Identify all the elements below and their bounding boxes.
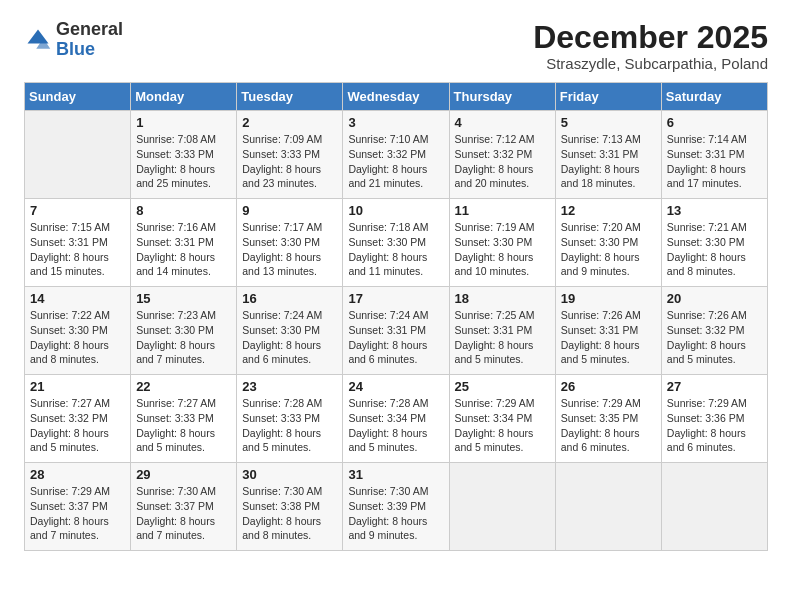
column-header-friday: Friday [555,83,661,111]
cell-info: Sunrise: 7:29 AM Sunset: 3:37 PM Dayligh… [30,484,125,543]
cell-info: Sunrise: 7:29 AM Sunset: 3:35 PM Dayligh… [561,396,656,455]
logo: General Blue [24,20,123,60]
cell-info: Sunrise: 7:18 AM Sunset: 3:30 PM Dayligh… [348,220,443,279]
day-number: 23 [242,379,337,394]
cell-info: Sunrise: 7:24 AM Sunset: 3:30 PM Dayligh… [242,308,337,367]
calendar-cell: 20Sunrise: 7:26 AM Sunset: 3:32 PM Dayli… [661,287,767,375]
day-number: 5 [561,115,656,130]
calendar-cell: 11Sunrise: 7:19 AM Sunset: 3:30 PM Dayli… [449,199,555,287]
calendar-week-row: 14Sunrise: 7:22 AM Sunset: 3:30 PM Dayli… [25,287,768,375]
day-number: 7 [30,203,125,218]
cell-info: Sunrise: 7:30 AM Sunset: 3:39 PM Dayligh… [348,484,443,543]
calendar-cell: 27Sunrise: 7:29 AM Sunset: 3:36 PM Dayli… [661,375,767,463]
day-number: 27 [667,379,762,394]
calendar-cell: 17Sunrise: 7:24 AM Sunset: 3:31 PM Dayli… [343,287,449,375]
calendar-cell: 8Sunrise: 7:16 AM Sunset: 3:31 PM Daylig… [131,199,237,287]
day-number: 9 [242,203,337,218]
cell-info: Sunrise: 7:09 AM Sunset: 3:33 PM Dayligh… [242,132,337,191]
calendar-cell [661,463,767,551]
cell-info: Sunrise: 7:28 AM Sunset: 3:34 PM Dayligh… [348,396,443,455]
cell-info: Sunrise: 7:28 AM Sunset: 3:33 PM Dayligh… [242,396,337,455]
day-number: 20 [667,291,762,306]
calendar-cell: 26Sunrise: 7:29 AM Sunset: 3:35 PM Dayli… [555,375,661,463]
logo-icon [24,26,52,54]
day-number: 10 [348,203,443,218]
calendar-cell: 16Sunrise: 7:24 AM Sunset: 3:30 PM Dayli… [237,287,343,375]
cell-info: Sunrise: 7:16 AM Sunset: 3:31 PM Dayligh… [136,220,231,279]
day-number: 11 [455,203,550,218]
calendar-cell: 29Sunrise: 7:30 AM Sunset: 3:37 PM Dayli… [131,463,237,551]
cell-info: Sunrise: 7:08 AM Sunset: 3:33 PM Dayligh… [136,132,231,191]
calendar-cell: 7Sunrise: 7:15 AM Sunset: 3:31 PM Daylig… [25,199,131,287]
day-number: 8 [136,203,231,218]
cell-info: Sunrise: 7:14 AM Sunset: 3:31 PM Dayligh… [667,132,762,191]
calendar-cell: 22Sunrise: 7:27 AM Sunset: 3:33 PM Dayli… [131,375,237,463]
calendar-cell: 5Sunrise: 7:13 AM Sunset: 3:31 PM Daylig… [555,111,661,199]
cell-info: Sunrise: 7:21 AM Sunset: 3:30 PM Dayligh… [667,220,762,279]
day-number: 22 [136,379,231,394]
day-number: 18 [455,291,550,306]
logo-text: General Blue [56,20,123,60]
calendar-week-row: 28Sunrise: 7:29 AM Sunset: 3:37 PM Dayli… [25,463,768,551]
calendar-cell: 21Sunrise: 7:27 AM Sunset: 3:32 PM Dayli… [25,375,131,463]
calendar-cell: 13Sunrise: 7:21 AM Sunset: 3:30 PM Dayli… [661,199,767,287]
day-number: 17 [348,291,443,306]
day-number: 15 [136,291,231,306]
calendar-cell [25,111,131,199]
calendar-cell: 12Sunrise: 7:20 AM Sunset: 3:30 PM Dayli… [555,199,661,287]
column-header-monday: Monday [131,83,237,111]
column-header-saturday: Saturday [661,83,767,111]
calendar-cell: 6Sunrise: 7:14 AM Sunset: 3:31 PM Daylig… [661,111,767,199]
calendar-cell: 4Sunrise: 7:12 AM Sunset: 3:32 PM Daylig… [449,111,555,199]
calendar-cell: 23Sunrise: 7:28 AM Sunset: 3:33 PM Dayli… [237,375,343,463]
column-header-thursday: Thursday [449,83,555,111]
month-title: December 2025 [533,20,768,55]
day-number: 21 [30,379,125,394]
day-number: 16 [242,291,337,306]
calendar-cell: 30Sunrise: 7:30 AM Sunset: 3:38 PM Dayli… [237,463,343,551]
cell-info: Sunrise: 7:19 AM Sunset: 3:30 PM Dayligh… [455,220,550,279]
day-number: 6 [667,115,762,130]
cell-info: Sunrise: 7:22 AM Sunset: 3:30 PM Dayligh… [30,308,125,367]
day-number: 26 [561,379,656,394]
calendar-cell: 31Sunrise: 7:30 AM Sunset: 3:39 PM Dayli… [343,463,449,551]
cell-info: Sunrise: 7:20 AM Sunset: 3:30 PM Dayligh… [561,220,656,279]
calendar-cell: 18Sunrise: 7:25 AM Sunset: 3:31 PM Dayli… [449,287,555,375]
cell-info: Sunrise: 7:15 AM Sunset: 3:31 PM Dayligh… [30,220,125,279]
calendar-cell: 24Sunrise: 7:28 AM Sunset: 3:34 PM Dayli… [343,375,449,463]
calendar-header-row: SundayMondayTuesdayWednesdayThursdayFrid… [25,83,768,111]
day-number: 25 [455,379,550,394]
column-header-tuesday: Tuesday [237,83,343,111]
cell-info: Sunrise: 7:23 AM Sunset: 3:30 PM Dayligh… [136,308,231,367]
day-number: 4 [455,115,550,130]
location-subtitle: Straszydle, Subcarpathia, Poland [533,55,768,72]
day-number: 1 [136,115,231,130]
page-header: General Blue December 2025 Straszydle, S… [24,20,768,72]
calendar-cell: 15Sunrise: 7:23 AM Sunset: 3:30 PM Dayli… [131,287,237,375]
calendar-cell: 28Sunrise: 7:29 AM Sunset: 3:37 PM Dayli… [25,463,131,551]
calendar-cell: 3Sunrise: 7:10 AM Sunset: 3:32 PM Daylig… [343,111,449,199]
cell-info: Sunrise: 7:27 AM Sunset: 3:32 PM Dayligh… [30,396,125,455]
calendar-cell: 14Sunrise: 7:22 AM Sunset: 3:30 PM Dayli… [25,287,131,375]
cell-info: Sunrise: 7:27 AM Sunset: 3:33 PM Dayligh… [136,396,231,455]
day-number: 13 [667,203,762,218]
logo-general: General [56,19,123,39]
column-header-sunday: Sunday [25,83,131,111]
calendar-table: SundayMondayTuesdayWednesdayThursdayFrid… [24,82,768,551]
cell-info: Sunrise: 7:17 AM Sunset: 3:30 PM Dayligh… [242,220,337,279]
day-number: 12 [561,203,656,218]
day-number: 19 [561,291,656,306]
day-number: 29 [136,467,231,482]
day-number: 14 [30,291,125,306]
calendar-cell: 19Sunrise: 7:26 AM Sunset: 3:31 PM Dayli… [555,287,661,375]
cell-info: Sunrise: 7:26 AM Sunset: 3:32 PM Dayligh… [667,308,762,367]
day-number: 24 [348,379,443,394]
calendar-week-row: 1Sunrise: 7:08 AM Sunset: 3:33 PM Daylig… [25,111,768,199]
cell-info: Sunrise: 7:13 AM Sunset: 3:31 PM Dayligh… [561,132,656,191]
day-number: 31 [348,467,443,482]
calendar-cell: 10Sunrise: 7:18 AM Sunset: 3:30 PM Dayli… [343,199,449,287]
cell-info: Sunrise: 7:30 AM Sunset: 3:37 PM Dayligh… [136,484,231,543]
day-number: 30 [242,467,337,482]
calendar-cell: 25Sunrise: 7:29 AM Sunset: 3:34 PM Dayli… [449,375,555,463]
cell-info: Sunrise: 7:29 AM Sunset: 3:34 PM Dayligh… [455,396,550,455]
